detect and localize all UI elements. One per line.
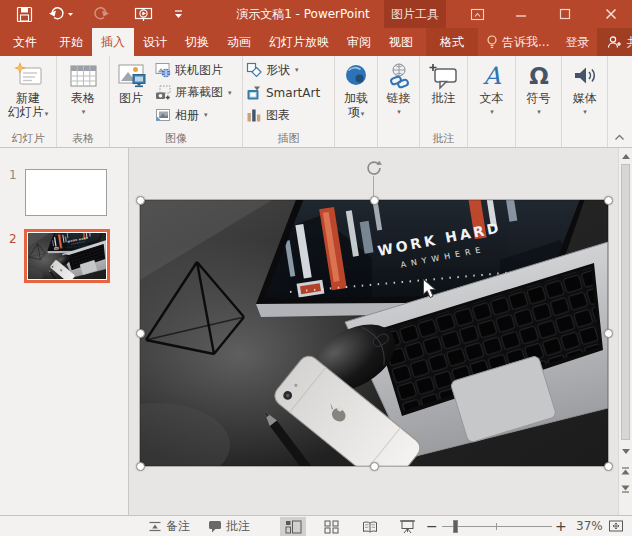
tab-file[interactable]: 文件 xyxy=(0,28,50,56)
context-tool-title: 图片工具 xyxy=(384,0,446,28)
mouse-cursor xyxy=(423,279,437,299)
workspace: 1 2 xyxy=(0,148,632,515)
tab-view[interactable]: 视图 xyxy=(380,28,422,56)
rotate-handle[interactable] xyxy=(365,159,383,177)
minimize-button[interactable] xyxy=(504,0,538,28)
previous-slide-button[interactable] xyxy=(619,464,632,478)
tab-design[interactable]: 设计 xyxy=(134,28,176,56)
undo-icon xyxy=(48,6,74,22)
tab-review[interactable]: 审阅 xyxy=(338,28,380,56)
slide-sorter-button[interactable] xyxy=(318,517,344,536)
zoom-level[interactable]: 37% xyxy=(576,516,603,536)
resize-handle-middle-right[interactable] xyxy=(604,329,613,338)
media-caret: ▾ xyxy=(583,106,587,120)
smartart-label: SmartArt xyxy=(266,86,320,100)
zoom-slider-thumb[interactable] xyxy=(453,520,458,533)
links-button[interactable]: 链接 ▾ xyxy=(378,56,419,119)
resize-handle-bottom-right[interactable] xyxy=(604,462,613,471)
tab-animations[interactable]: 动画 xyxy=(218,28,260,56)
shapes-button[interactable]: 形状 ▾ xyxy=(243,59,334,82)
tab-transitions[interactable]: 切换 xyxy=(176,28,218,56)
slideshow-view-button[interactable] xyxy=(394,517,420,536)
chart-icon xyxy=(246,107,262,123)
tell-me-label: 告诉我... xyxy=(502,34,549,51)
save-button[interactable] xyxy=(10,0,38,28)
zoom-out-button[interactable]: − xyxy=(426,516,438,536)
chart-label: 图表 xyxy=(266,107,290,124)
resize-handle-top-right[interactable] xyxy=(604,196,613,205)
normal-view-button[interactable] xyxy=(280,517,306,536)
online-pictures-button[interactable]: 联机图片 xyxy=(152,59,232,82)
table-button[interactable]: 表格 ▾ xyxy=(57,56,109,119)
notes-label: 备注 xyxy=(166,518,190,535)
addins-label-1: 加载 xyxy=(344,92,368,106)
close-button[interactable] xyxy=(592,0,630,28)
ribbon-display-options-button[interactable] xyxy=(460,0,494,28)
chart-button[interactable]: 图表 xyxy=(243,104,334,127)
share-label: 共享 xyxy=(626,34,632,51)
tab-slideshow[interactable]: 幻灯片放映 xyxy=(260,28,338,56)
text-box-button[interactable]: A 文本 ▾ xyxy=(468,56,515,119)
ribbon: 新建 幻灯片▾ 幻灯片 表格 ▾ 表格 xyxy=(0,56,632,148)
smartart-button[interactable]: SmartArt xyxy=(243,82,334,105)
addins-button[interactable]: 加载 项▾ xyxy=(335,56,377,121)
slide-thumbnail-panel: 1 2 xyxy=(0,148,129,515)
addins-label-2: 项▾ xyxy=(348,106,365,122)
screenshot-button[interactable]: 屏幕截图 ▾ xyxy=(152,82,232,105)
fit-to-window-button[interactable] xyxy=(608,516,624,536)
slide-picture[interactable] xyxy=(140,200,608,466)
maximize-button[interactable] xyxy=(548,0,582,28)
slide-2-thumbnail-image xyxy=(28,233,106,279)
zoom-in-button[interactable]: + xyxy=(555,516,567,536)
zoom-slider-center-tick xyxy=(496,523,497,530)
resize-handle-top-middle[interactable] xyxy=(370,196,379,205)
rotate-icon xyxy=(365,159,383,177)
photo-album-button[interactable]: 相册 ▾ xyxy=(152,104,232,127)
sign-in-button[interactable]: 登录 xyxy=(557,34,597,51)
powerpoint-window: 演示文稿1 - PowerPoint 图片工具 文件 开始 插入 xyxy=(0,0,632,536)
comments-toggle[interactable]: 批注 xyxy=(208,516,250,536)
pictures-icon xyxy=(116,59,147,92)
collapse-ribbon-button[interactable] xyxy=(614,133,625,141)
photo-album-caret: ▾ xyxy=(204,111,208,119)
slide-1-thumbnail[interactable] xyxy=(25,169,107,216)
group-label-comments: 批注 xyxy=(420,131,467,146)
tell-me-box[interactable]: 告诉我... xyxy=(478,34,557,51)
share-button[interactable]: 共享 xyxy=(597,28,632,56)
resize-handle-top-left[interactable] xyxy=(136,196,145,205)
resize-handle-bottom-left[interactable] xyxy=(136,462,145,471)
notes-toggle[interactable]: 备注 xyxy=(148,516,190,536)
table-label: 表格 xyxy=(71,92,95,106)
next-slide-button[interactable] xyxy=(619,481,632,495)
pictures-label: 图片 xyxy=(119,92,143,106)
media-button[interactable]: 媒体 ▾ xyxy=(562,56,607,119)
table-caret: ▾ xyxy=(82,106,86,120)
svg-text:Ω: Ω xyxy=(529,63,549,89)
customize-qat-button[interactable] xyxy=(166,0,190,28)
slide-2-thumbnail[interactable] xyxy=(24,229,110,283)
links-caret: ▾ xyxy=(397,106,401,120)
redo-button[interactable] xyxy=(88,0,116,28)
new-comment-button[interactable]: 批注 xyxy=(420,56,467,106)
new-slide-button[interactable]: 新建 幻灯片▾ xyxy=(0,56,56,121)
scroll-up-button[interactable] xyxy=(619,149,632,163)
notes-icon xyxy=(148,520,162,532)
reading-view-button[interactable] xyxy=(357,517,383,536)
scroll-down-button[interactable] xyxy=(619,444,632,458)
tab-home[interactable]: 开始 xyxy=(50,28,92,56)
scrollbar-thumb[interactable] xyxy=(621,164,630,440)
omega-icon: Ω xyxy=(525,59,553,92)
tab-picture-format[interactable]: 格式 xyxy=(426,28,478,56)
scroll-up-icon xyxy=(622,154,630,159)
ribbon-group-comments: 批注 批注 xyxy=(420,56,468,147)
undo-button[interactable] xyxy=(45,0,77,28)
symbol-button[interactable]: Ω 符号 ▾ xyxy=(516,56,561,119)
tab-insert[interactable]: 插入 xyxy=(92,28,134,56)
screenshot-caret: ▾ xyxy=(228,89,232,97)
resize-handle-bottom-middle[interactable] xyxy=(370,462,379,471)
start-slideshow-button[interactable] xyxy=(128,0,158,28)
shapes-label: 形状 xyxy=(266,62,290,79)
rotate-handle-stem xyxy=(373,176,374,196)
resize-handle-middle-left[interactable] xyxy=(136,329,145,338)
zoom-slider-track[interactable] xyxy=(442,526,552,527)
